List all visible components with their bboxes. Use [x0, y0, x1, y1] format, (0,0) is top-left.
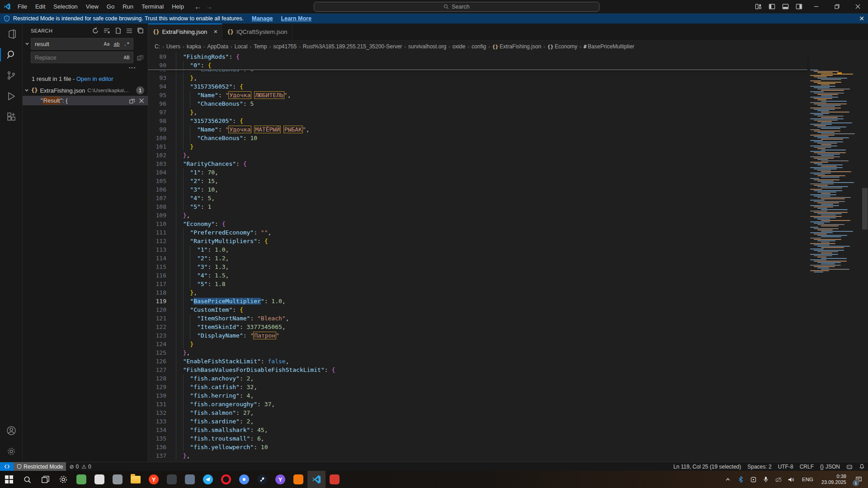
breadcrumb-item[interactable]: {}ExtraFishing.json — [492, 43, 541, 50]
toggle-replace-chevron-icon[interactable] — [24, 42, 31, 46]
replace-match-icon[interactable] — [129, 98, 135, 104]
search-input[interactable]: result Aa ab .* — [31, 38, 133, 50]
manage-link[interactable]: Manage — [252, 15, 273, 22]
breadcrumb-item[interactable]: oxide — [453, 43, 466, 50]
menu-help[interactable]: Help — [168, 1, 188, 12]
vertical-scrollbar[interactable] — [862, 70, 868, 462]
account-icon[interactable] — [0, 420, 23, 441]
taskbar-yandex-browser-icon[interactable]: Y — [145, 471, 163, 488]
match-case-icon[interactable]: Aa — [102, 39, 111, 48]
clear-results-icon[interactable] — [103, 27, 110, 34]
input-language[interactable]: ENG — [798, 477, 817, 482]
breadcrumb-item[interactable]: Users — [166, 43, 180, 50]
menu-go[interactable]: Go — [103, 1, 118, 12]
breadcrumb-item[interactable]: C: — [155, 43, 160, 50]
problems-status[interactable]: ⊘0 ⚠0 — [66, 462, 94, 471]
breadcrumb-item[interactable]: config — [472, 43, 486, 50]
taskbar-start-icon[interactable] — [0, 471, 18, 488]
menu-file[interactable]: File — [14, 1, 31, 12]
close-button[interactable] — [847, 0, 868, 13]
copilot-status-icon[interactable] — [843, 462, 856, 471]
microphone-icon[interactable] — [760, 471, 771, 488]
menu-selection[interactable]: Selection — [49, 1, 81, 12]
menu-terminal[interactable]: Terminal — [137, 1, 168, 12]
tab-ExtraFishing.json[interactable]: {}ExtraFishing.json✕ — [148, 23, 222, 41]
cloud-off-icon[interactable] — [773, 471, 784, 488]
taskbar-app-green-icon[interactable] — [72, 471, 90, 488]
taskbar-browser-blue-icon[interactable] — [235, 471, 253, 488]
breadcrumb-item[interactable]: Local — [235, 43, 248, 50]
recorder-icon[interactable] — [748, 471, 759, 488]
scrollbar-slider[interactable] — [862, 188, 868, 230]
minimize-button[interactable] — [806, 0, 826, 13]
preserve-case-icon[interactable]: AB — [122, 53, 131, 62]
taskbar-app-red-icon[interactable] — [326, 471, 344, 488]
tab-close-icon[interactable]: ✕ — [213, 29, 217, 35]
taskbar-app-white-icon[interactable] — [90, 471, 108, 488]
explorer-icon[interactable] — [0, 23, 23, 44]
nav-forward-icon[interactable]: → — [206, 3, 212, 10]
restricted-mode-status[interactable]: Restricted Mode — [14, 462, 66, 471]
menu-edit[interactable]: Edit — [31, 1, 49, 12]
nav-back-icon[interactable]: ← — [194, 3, 201, 10]
breadcrumb-item[interactable]: scp41755 — [273, 43, 297, 50]
taskbar-app-dark-icon[interactable] — [163, 471, 181, 488]
replace-input[interactable]: Replace AB — [31, 52, 133, 63]
taskbar-task-view-icon[interactable] — [36, 471, 54, 488]
search-view-icon[interactable] — [0, 44, 23, 65]
result-file-row[interactable]: {} ExtraFishing.json C:\Users\kapka\... … — [23, 85, 148, 96]
banner-close-icon[interactable]: ✕ — [859, 15, 864, 22]
eol-status[interactable]: CRLF — [797, 462, 817, 471]
indentation-status[interactable]: Spaces: 2 — [744, 462, 774, 471]
toggle-panel-icon[interactable] — [778, 0, 792, 13]
extensions-icon[interactable] — [0, 107, 23, 127]
taskbar-app-gray-icon[interactable] — [108, 471, 127, 488]
taskbar-app-orange-icon[interactable] — [289, 471, 307, 488]
collapse-all-icon[interactable] — [137, 27, 144, 34]
open-in-editor-link[interactable]: Open in editor — [76, 75, 113, 82]
taskbar-app-purple-icon[interactable]: Y — [271, 471, 289, 488]
view-as-tree-icon[interactable] — [126, 27, 133, 34]
toggle-sidebar-icon[interactable] — [765, 0, 778, 13]
regex-icon[interactable]: .* — [122, 39, 131, 48]
source-control-icon[interactable] — [0, 65, 23, 86]
whole-word-icon[interactable]: ab — [112, 39, 121, 48]
cursor-position-status[interactable]: Ln 119, Col 25 (19 selected) — [670, 462, 744, 471]
minimap[interactable] — [807, 70, 861, 282]
toggle-search-details-icon[interactable]: ··· — [23, 64, 148, 72]
breadcrumb-item[interactable]: kapka — [187, 43, 201, 50]
settings-gear-icon[interactable] — [0, 441, 23, 462]
taskbar-telegram-icon[interactable] — [199, 471, 217, 488]
dismiss-match-icon[interactable] — [139, 98, 144, 103]
refresh-icon[interactable] — [92, 27, 99, 34]
taskbar-search-icon[interactable] — [18, 471, 36, 488]
taskbar-settings-icon[interactable] — [54, 471, 72, 488]
breadcrumb-item[interactable]: Rust%3A185.189.255.215_35200-Server — [303, 43, 402, 50]
taskbar-app-slate-icon[interactable] — [181, 471, 199, 488]
taskbar-steam-icon[interactable] — [253, 471, 271, 488]
taskbar-file-explorer-icon[interactable] — [127, 471, 145, 488]
editor[interactable]: 89 "FishingRods": {90 "0": { 92 "ChanceB… — [148, 52, 868, 462]
breadcrumb-item[interactable]: Temp — [254, 43, 267, 50]
toggle-secondary-sidebar-icon[interactable] — [792, 0, 806, 13]
taskbar-opera-icon[interactable] — [217, 471, 235, 488]
customize-layout-icon[interactable] — [751, 0, 765, 13]
breadcrumb-item[interactable]: {}Economy — [547, 43, 577, 50]
new-search-editor-icon[interactable] — [114, 27, 122, 34]
result-match-row[interactable]: "Result": { — [23, 96, 148, 105]
breadcrumb-item[interactable]: survivalhost.org — [408, 43, 446, 50]
breadcrumb-item[interactable]: AppData — [207, 43, 228, 50]
notification-center-icon[interactable]: 1 — [851, 471, 866, 488]
speaker-icon[interactable] — [786, 471, 797, 488]
encoding-status[interactable]: UTF-8 — [775, 462, 797, 471]
language-mode-status[interactable]: {}JSON — [817, 462, 843, 471]
bluetooth-icon[interactable] — [735, 471, 746, 488]
clock[interactable]: 0:38 23.09.2025 — [819, 474, 849, 485]
notifications-bell-icon[interactable] — [856, 462, 868, 471]
breadcrumb-item[interactable]: #BasePriceMultiplier — [584, 43, 634, 50]
remote-indicator-icon[interactable] — [0, 462, 14, 471]
hidden-icons-chevron-icon[interactable] — [722, 471, 733, 488]
restore-button[interactable] — [826, 0, 847, 13]
replace-all-icon[interactable] — [135, 52, 145, 62]
menu-view[interactable]: View — [82, 1, 103, 12]
